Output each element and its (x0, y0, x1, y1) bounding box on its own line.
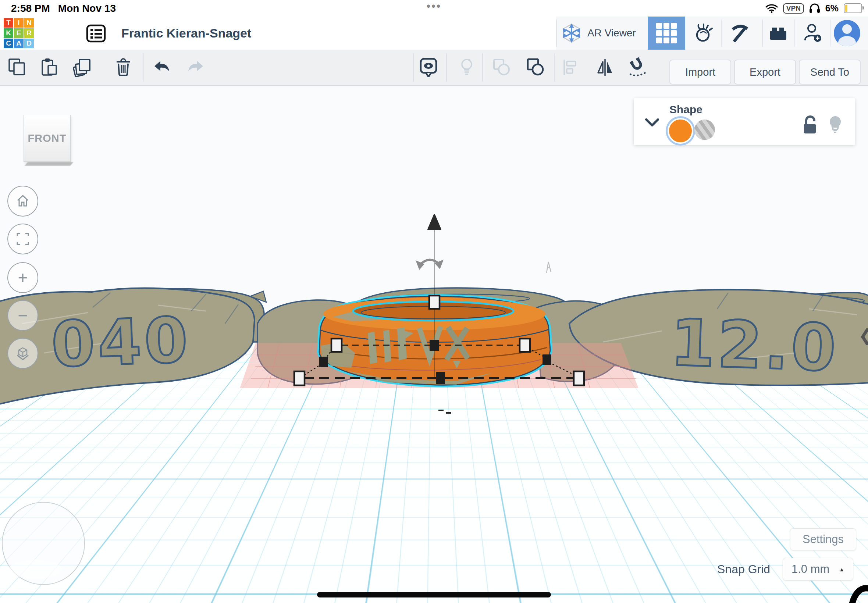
corner-scribble (852, 588, 867, 603)
undo-icon[interactable] (152, 57, 172, 77)
multitask-dots-icon[interactable]: ••• (427, 0, 442, 12)
fit-view-button[interactable] (7, 224, 38, 254)
import-button[interactable]: Import (669, 60, 731, 85)
dimension-marker (546, 262, 551, 273)
app-header: T I N K E R C A D Frantic Kieran-Snaget (0, 17, 868, 49)
panel-collapse-chevron[interactable]: ❮ (859, 325, 868, 345)
edit-toolbar: Import Export Send To (0, 49, 868, 86)
grid-icon (656, 23, 677, 43)
snap-grid-dropdown[interactable]: 1.0 mm ▲ (783, 558, 853, 581)
zoom-out-button[interactable]: − (7, 300, 38, 331)
orbit-puck[interactable] (2, 502, 85, 584)
copy-icon[interactable] (7, 57, 27, 77)
ring-120-label: 12.0 (669, 305, 839, 386)
mirror-icon[interactable] (595, 57, 615, 77)
align-icon-disabled[interactable] (560, 57, 580, 77)
shape-color-swatch[interactable] (668, 118, 693, 144)
send-to-button[interactable]: Send To (799, 60, 861, 85)
handle-mid-right (520, 339, 530, 352)
ring-040[interactable]: 040 (0, 288, 255, 412)
snap-grid-label: Snap Grid (717, 563, 770, 576)
tinkercad-logo[interactable]: T I N K E R C A D (4, 18, 34, 48)
handle-mid-left (331, 339, 342, 352)
unlock-icon[interactable] (801, 115, 820, 136)
handle-bottom-left (294, 371, 305, 385)
handle-center (430, 340, 439, 351)
drop-cube-icon (15, 346, 31, 361)
rotate-handle[interactable] (416, 260, 444, 270)
workspace-grid-button-active[interactable] (648, 17, 685, 49)
handle-back-right (543, 354, 551, 365)
home-icon (15, 194, 30, 209)
delete-icon[interactable] (113, 57, 133, 77)
vpn-badge: VPN (783, 3, 804, 14)
clock: 2:58 PM (11, 3, 50, 14)
sim-lab-icon[interactable] (693, 23, 713, 43)
settings-button[interactable]: Settings (790, 528, 856, 550)
handle-top-center (429, 295, 439, 309)
wifi-icon (765, 4, 778, 13)
show-hide-icon[interactable] (419, 57, 438, 77)
drop-workplane-button[interactable] (7, 338, 38, 369)
dropdown-arrow-icon: ▲ (839, 566, 845, 572)
ungroup-icon[interactable] (525, 57, 545, 77)
collapse-chevron-icon[interactable] (644, 117, 660, 128)
fit-view-icon (16, 232, 30, 246)
battery-percent: 6% (825, 3, 839, 14)
magnet-snap-icon[interactable] (627, 57, 647, 77)
date: Mon Nov 13 (58, 3, 116, 14)
view-cube-front[interactable]: FRONT (23, 115, 71, 162)
shape-light-icon[interactable] (827, 114, 844, 136)
tinkercad-app: 040 12.0 (0, 0, 868, 603)
shape-inspector-panel: Shape (634, 98, 855, 145)
home-indicator[interactable] (317, 592, 551, 597)
lego-brick-icon[interactable] (768, 23, 789, 43)
handle-back-left (319, 357, 328, 367)
status-bar: 2:58 PM Mon Nov 13 ••• VPN 6% (0, 0, 868, 17)
handle-bottom-right (574, 371, 584, 385)
light-mode-icon-disabled[interactable] (457, 57, 477, 77)
headphones-icon (809, 3, 820, 14)
battery-icon (844, 3, 862, 13)
ring-040-label: 040 (50, 303, 192, 381)
duplicate-icon[interactable] (72, 57, 92, 77)
account-avatar[interactable] (834, 20, 860, 46)
redo-icon-disabled[interactable] (186, 57, 206, 77)
view-home-button[interactable] (7, 186, 38, 216)
shape-panel-title: Shape (669, 103, 702, 116)
export-button[interactable]: Export (734, 60, 796, 85)
design-list-icon[interactable] (86, 23, 106, 44)
minecraft-pickaxe-icon[interactable] (730, 23, 750, 43)
scene-objects: 040 12.0 (0, 0, 868, 603)
paste-icon[interactable] (39, 57, 59, 77)
group-icon-disabled[interactable] (491, 57, 511, 77)
add-collaborator-icon[interactable] (803, 23, 823, 43)
handle-bottom-center (436, 372, 445, 384)
small-dash-marker (438, 410, 451, 413)
shape-material-swatch[interactable] (695, 119, 715, 140)
move-up-cone-handle[interactable] (428, 215, 441, 229)
ar-viewer-button[interactable]: AR Viewer (561, 17, 636, 49)
design-title[interactable]: Frantic Kieran-Snaget (121, 17, 251, 49)
ar-cube-icon (561, 22, 582, 44)
zoom-in-button[interactable]: + (7, 262, 38, 293)
